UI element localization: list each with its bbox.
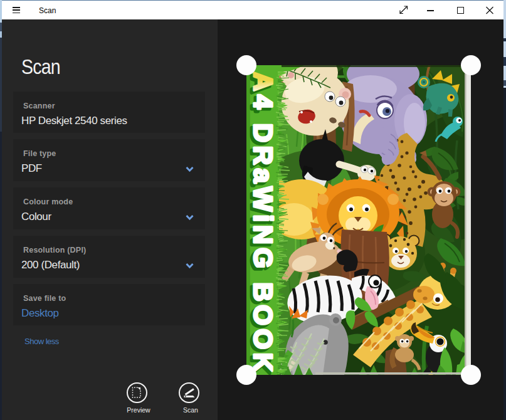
svg-text:A4 DRaWiNG BOOK: A4 DRaWiNG BOOK	[248, 72, 278, 375]
